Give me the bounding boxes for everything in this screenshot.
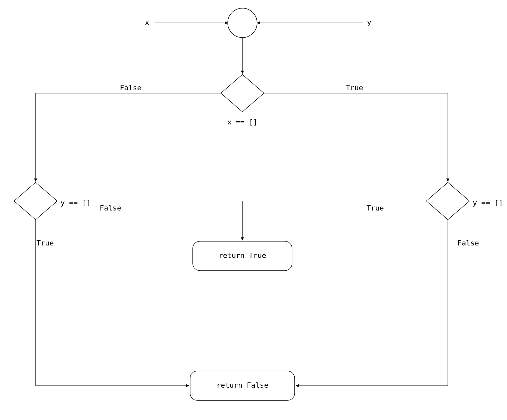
- edge-left-false-label: False: [100, 204, 121, 212]
- terminal-false-label: return False: [217, 381, 269, 389]
- edge-top-true-label: True: [346, 84, 363, 92]
- decision-top: [221, 75, 264, 112]
- decision-left-label: y == []: [60, 199, 91, 207]
- decision-left: [14, 182, 57, 220]
- edge-right-true-label: True: [367, 204, 384, 212]
- terminal-true-label: return True: [219, 251, 266, 260]
- decision-top-label: x == []: [227, 118, 258, 126]
- edge-right-false-label: False: [457, 239, 479, 247]
- input-y-label: y: [367, 18, 371, 26]
- svg-marker-1: [14, 182, 57, 220]
- edge-top-true: [264, 93, 448, 181]
- decision-right: [426, 182, 469, 220]
- edge-top-false: [36, 93, 221, 181]
- merge-node: [228, 8, 257, 38]
- svg-marker-2: [426, 182, 469, 220]
- edge-left-true: [36, 220, 189, 386]
- flowchart-svg: x y x == [] False True y == [] y == [] F…: [0, 0, 507, 420]
- svg-marker-0: [221, 75, 264, 112]
- input-x-label: x: [145, 18, 149, 26]
- edge-right-false: [296, 220, 448, 386]
- decision-right-label: y == []: [473, 199, 503, 207]
- edge-left-true-label: True: [37, 239, 54, 247]
- edge-top-false-label: False: [120, 84, 141, 92]
